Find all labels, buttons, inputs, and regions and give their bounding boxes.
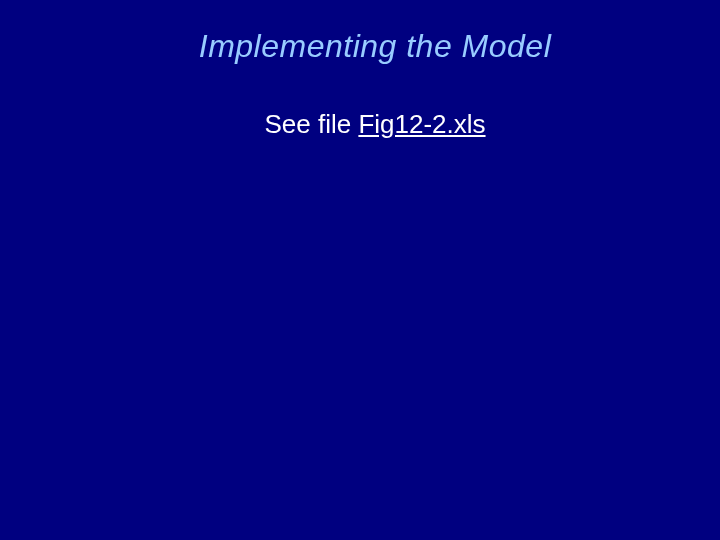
slide-container: Implementing the Model See file Fig12-2.… [0,0,720,540]
slide-body: See file Fig12-2.xls [30,109,720,140]
file-link[interactable]: Fig12-2.xls [358,109,485,139]
body-prefix-text: See file [264,109,358,139]
slide-title: Implementing the Model [30,28,720,65]
